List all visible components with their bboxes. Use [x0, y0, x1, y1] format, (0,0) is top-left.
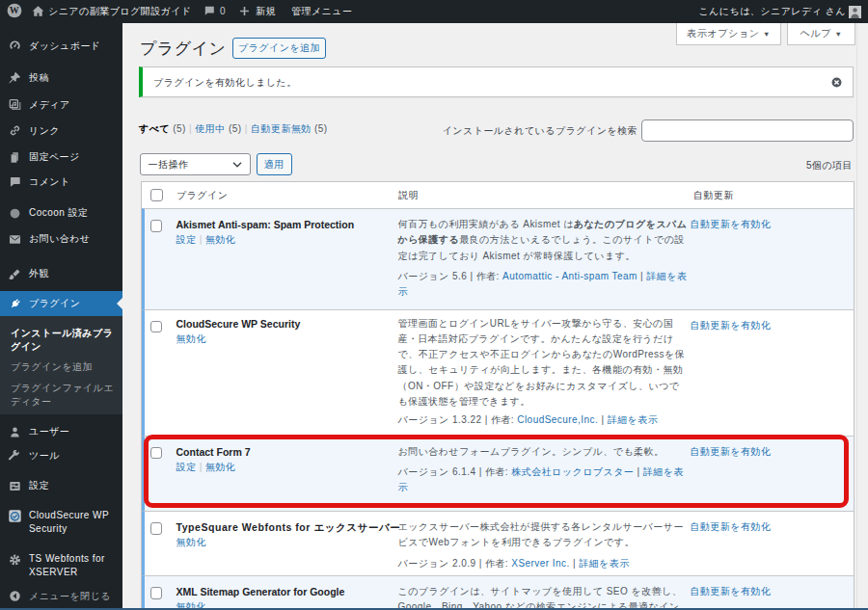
svg-text:W: W	[10, 6, 19, 16]
